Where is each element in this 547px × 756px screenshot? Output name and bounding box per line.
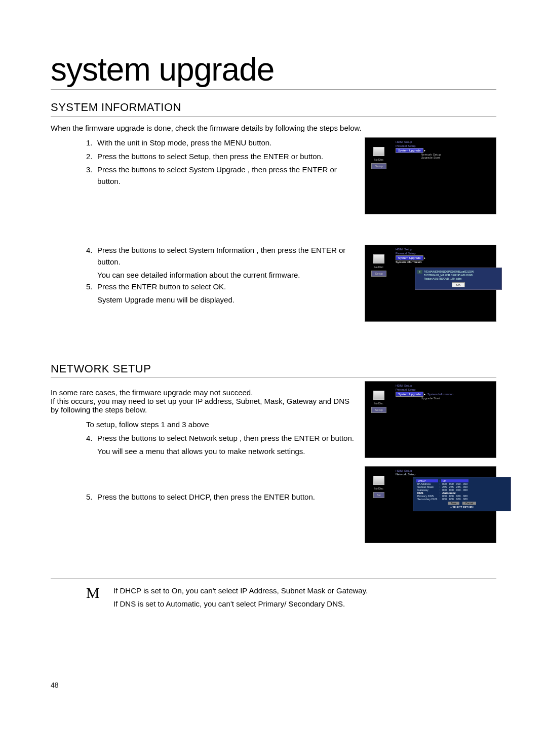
menu-screenshot-1: No Disc Setup HDMI Setup Parental Setup … [365, 137, 496, 214]
setup-tab: Setup [371, 407, 386, 413]
step-num: 5. [86, 281, 97, 293]
step-text: Press the buttons to select System Infor… [97, 245, 355, 268]
menu-item: HDMI Setup [396, 384, 493, 388]
substep-text: You will see a menu that allows you to m… [97, 446, 355, 458]
photo-icon [373, 147, 384, 156]
photo-icon [373, 254, 384, 263]
step-num: 5. [86, 492, 97, 503]
menu-item: HDMI Setup [396, 247, 493, 251]
nodisc-label: No Disc [374, 402, 383, 405]
ok-button: OK [452, 282, 465, 287]
step-text: With the unit in Stop mode, press the ME… [97, 137, 271, 149]
page-title: system upgrade [51, 51, 496, 90]
menu-item: HDMI Setup [396, 469, 493, 473]
nodisc-label: No Disc [374, 158, 383, 161]
step-num: 3. [86, 164, 97, 187]
note-line: If DNS is set to Automatic, you can't se… [113, 597, 496, 611]
section-heading-sysinfo: SYSTEM INFORMATION [51, 101, 496, 117]
photo-icon [373, 391, 384, 400]
menu-item-active: System Upgrade [396, 255, 423, 260]
intro-text: If this occurs, you may need to set up y… [51, 397, 355, 414]
step-num: 4. [86, 245, 97, 268]
step-num: 2. [86, 151, 97, 163]
menu-screenshot-2: No Disc Setup HDMI Setup Parental Setup … [365, 245, 496, 322]
nodisc-label: No Disc [374, 266, 383, 269]
intro-text: In some rare cases, the ﬁrmware upgrade … [51, 388, 355, 397]
step-text: Press the buttons to select DHCP, then p… [97, 492, 315, 503]
photo-icon [373, 476, 384, 485]
footer-hint: s SELECT RETURN [416, 506, 507, 509]
step-text: Press the buttons to select Setup, then … [97, 151, 323, 163]
step-num: 4. [86, 433, 97, 444]
cancel-button: Cancel [462, 502, 477, 505]
setup-tab: Set [373, 492, 384, 498]
intro-text: When the ﬁrmware upgrade is done, check … [51, 124, 496, 132]
step-num: 1. [86, 137, 97, 149]
substep-text: You can see detailed information about t… [97, 270, 355, 281]
menu-item-active: System Upgrade [396, 392, 423, 397]
menu-item: Parental Setup [396, 251, 493, 255]
step-text: Press the ENTER button to select OK. [97, 281, 226, 293]
page-number: 48 [51, 681, 59, 689]
menu-subitem: Upgrade Start [421, 397, 493, 400]
sysinfo-popup: iF/E:MAIN[090901]DSP[010708]Loa[021024] … [415, 268, 502, 290]
net-title: Network Setup [396, 473, 493, 476]
note-icon: M [51, 584, 101, 610]
step-text: Press the buttons to select Network setu… [97, 433, 354, 444]
menu-screenshot-3: No Disc Setup HDMI Setup Parental Setup … [365, 381, 496, 458]
menu-item: Parental Setup [396, 144, 493, 148]
save-button: Save [448, 502, 459, 505]
menu-subitem: Upgrade Start [421, 156, 493, 159]
nodisc-label: No Disc [374, 487, 383, 490]
setup-tab: Setup [371, 271, 386, 277]
section-heading-network: NETWORK SETUP [51, 362, 496, 378]
setup-tab: Setup [371, 163, 386, 169]
substep-text: System Upgrade menu will be displayed. [97, 294, 355, 306]
note-line: If DHCP is set to On, you can't select I… [113, 584, 496, 597]
step-text: Press the buttons to select System Upgra… [97, 164, 355, 187]
menu-item: HDMI Setup [396, 140, 493, 144]
menu-item-active: System Upgrade [396, 148, 423, 153]
network-popup: DHCP:On IP Address:000 . 000 . 000 . 000… [413, 477, 511, 511]
step-text: To setup, follow steps 1 and 3 above [86, 419, 355, 431]
menu-item: Parental Setup [396, 388, 493, 392]
menu-subitem: System Information [396, 260, 493, 263]
menu-screenshot-4: No Disc Set HDMI Setup Network Setup DHC… [365, 466, 496, 543]
